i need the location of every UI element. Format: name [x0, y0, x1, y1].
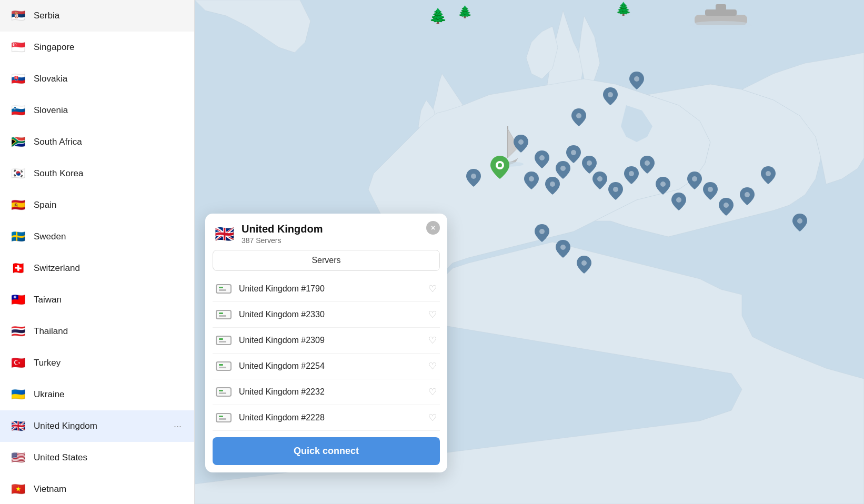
favorite-button-3[interactable]: ♡ — [428, 360, 437, 372]
quick-connect-button[interactable]: Quick connect — [213, 437, 440, 465]
label-united-states: United States — [34, 452, 185, 463]
server-item-2[interactable]: United Kingdom #2309 ♡ — [213, 328, 440, 354]
svg-point-35 — [797, 218, 802, 224]
map-pin-north2[interactable] — [603, 87, 618, 105]
sidebar-item-taiwan[interactable]: 🇹🇼 Taiwan — [0, 284, 194, 316]
flag-ukraine: 🇺🇦 — [9, 386, 26, 403]
map-pin-8[interactable] — [582, 156, 597, 174]
sidebar-item-singapore[interactable]: 🇸🇬 Singapore — [0, 32, 194, 63]
map-pin-3[interactable] — [535, 150, 549, 168]
map-pin-north1[interactable] — [571, 108, 586, 126]
map-pin-north3[interactable] — [629, 72, 644, 89]
label-south-africa: South Africa — [34, 137, 185, 147]
sidebar: 🇷🇸 Serbia 🇸🇬 Singapore 🇸🇰 Slovakia 🇸🇮 Sl… — [0, 0, 195, 504]
svg-point-24 — [597, 176, 602, 182]
sidebar-item-united-kingdom[interactable]: 🇬🇧 United Kingdom ··· — [0, 410, 194, 442]
favorite-button-0[interactable]: ♡ — [428, 283, 437, 295]
flag-united-states: 🇺🇸 — [9, 449, 26, 466]
sidebar-item-south-korea[interactable]: 🇰🇷 South Korea — [0, 158, 194, 189]
server-name-2: United Kingdom #2309 — [239, 336, 428, 345]
sidebar-item-ukraine[interactable]: 🇺🇦 Ukraine — [0, 379, 194, 410]
map-pin-2[interactable] — [514, 135, 528, 153]
sidebar-item-thailand[interactable]: 🇹🇭 Thailand — [0, 316, 194, 347]
map-pin-6[interactable] — [556, 161, 570, 179]
map-pin-18[interactable] — [740, 187, 755, 205]
svg-point-17 — [518, 139, 524, 145]
map-pin-1[interactable] — [466, 169, 481, 187]
server-item-0[interactable]: United Kingdom #1790 ♡ — [213, 276, 440, 302]
label-thailand: Thailand — [34, 326, 185, 337]
sidebar-item-spain[interactable]: 🇪🇸 Spain — [0, 189, 194, 221]
map-pin-20[interactable] — [792, 214, 807, 231]
svg-text:🌲: 🌲 — [616, 1, 631, 16]
svg-text:🌲: 🌲 — [429, 7, 447, 25]
favorite-button-5[interactable]: ♡ — [428, 412, 437, 424]
label-ukraine: Ukraine — [34, 389, 185, 400]
map-pin-south2[interactable] — [556, 240, 570, 258]
server-item-3[interactable]: United Kingdom #2254 ♡ — [213, 354, 440, 379]
svg-point-28 — [660, 182, 666, 187]
label-slovakia: Slovakia — [34, 74, 185, 84]
map-pin-south3[interactable] — [577, 256, 591, 274]
map-pin-17[interactable] — [719, 198, 734, 216]
sidebar-item-slovenia[interactable]: 🇸🇮 Slovenia — [0, 95, 194, 126]
label-serbia: Serbia — [34, 11, 185, 21]
svg-point-39 — [539, 229, 545, 234]
map-pin-10[interactable] — [608, 182, 623, 200]
label-singapore: Singapore — [34, 42, 185, 53]
server-item-4[interactable]: United Kingdom #2232 ♡ — [213, 379, 440, 405]
favorite-button-1[interactable]: ♡ — [428, 309, 437, 320]
map-pin-15[interactable] — [687, 172, 702, 189]
server-item-5[interactable]: United Kingdom #2228 ♡ — [213, 405, 440, 431]
svg-point-18 — [539, 155, 545, 160]
popup-close-button[interactable]: × — [426, 221, 440, 235]
label-sweden: Sweden — [34, 231, 185, 242]
favorite-button-4[interactable]: ♡ — [428, 386, 437, 398]
map-pin-south1[interactable] — [535, 224, 549, 242]
map-pin-13[interactable] — [656, 177, 670, 195]
map-pin-14[interactable] — [671, 193, 686, 210]
map-pin-7[interactable] — [566, 145, 581, 163]
map-pin-12[interactable] — [640, 156, 655, 174]
svg-point-29 — [676, 197, 681, 203]
flag-turkey: 🇹🇷 — [9, 355, 26, 371]
sidebar-item-united-states[interactable]: 🇺🇸 United States — [0, 442, 194, 473]
sidebar-item-switzerland[interactable]: 🇨🇭 Switzerland — [0, 253, 194, 284]
map-pin-5[interactable] — [545, 177, 560, 195]
sidebar-item-serbia[interactable]: 🇷🇸 Serbia — [0, 0, 194, 32]
server-icon-5 — [216, 413, 232, 422]
sidebar-item-vietnam[interactable]: 🇻🇳 Vietnam — [0, 473, 194, 504]
flag-united-kingdom: 🇬🇧 — [9, 418, 26, 435]
flag-singapore: 🇸🇬 — [9, 39, 26, 56]
sidebar-item-slovakia[interactable]: 🇸🇰 Slovakia — [0, 63, 194, 95]
flag-taiwan: 🇹🇼 — [9, 291, 26, 308]
flag-sweden: 🇸🇪 — [9, 228, 26, 245]
map-pin-9[interactable] — [592, 172, 607, 189]
popup-card: 🇬🇧 United Kingdom 387 Servers × Servers … — [205, 214, 447, 472]
server-item-1[interactable]: United Kingdom #2330 ♡ — [213, 302, 440, 328]
popup-tab-servers[interactable]: Servers — [213, 250, 440, 271]
flag-spain: 🇪🇸 — [9, 197, 26, 214]
server-name-1: United Kingdom #2330 — [239, 310, 428, 319]
more-button-united-kingdom[interactable]: ··· — [170, 420, 185, 433]
svg-text:🌲: 🌲 — [458, 5, 473, 19]
svg-point-21 — [560, 166, 566, 171]
map-pin-4[interactable] — [524, 172, 539, 189]
favorite-button-2[interactable]: ♡ — [428, 335, 437, 346]
map-pin-19[interactable] — [761, 166, 776, 184]
server-name-3: United Kingdom #2254 — [239, 361, 428, 371]
svg-point-15 — [498, 163, 502, 167]
sidebar-item-sweden[interactable]: 🇸🇪 Sweden — [0, 221, 194, 253]
svg-rect-12 — [716, 4, 726, 11]
flag-vietnam: 🇻🇳 — [9, 481, 26, 498]
sidebar-item-south-africa[interactable]: 🇿🇦 South Africa — [0, 126, 194, 158]
active-map-pin[interactable] — [490, 156, 509, 179]
sidebar-item-turkey[interactable]: 🇹🇷 Turkey — [0, 347, 194, 379]
map-pin-11[interactable] — [624, 166, 639, 184]
label-slovenia: Slovenia — [34, 105, 185, 116]
label-turkey: Turkey — [34, 358, 185, 368]
svg-point-38 — [634, 76, 639, 82]
label-south-korea: South Korea — [34, 168, 185, 179]
label-united-kingdom: United Kingdom — [34, 421, 170, 431]
map-pin-16[interactable] — [703, 182, 718, 200]
